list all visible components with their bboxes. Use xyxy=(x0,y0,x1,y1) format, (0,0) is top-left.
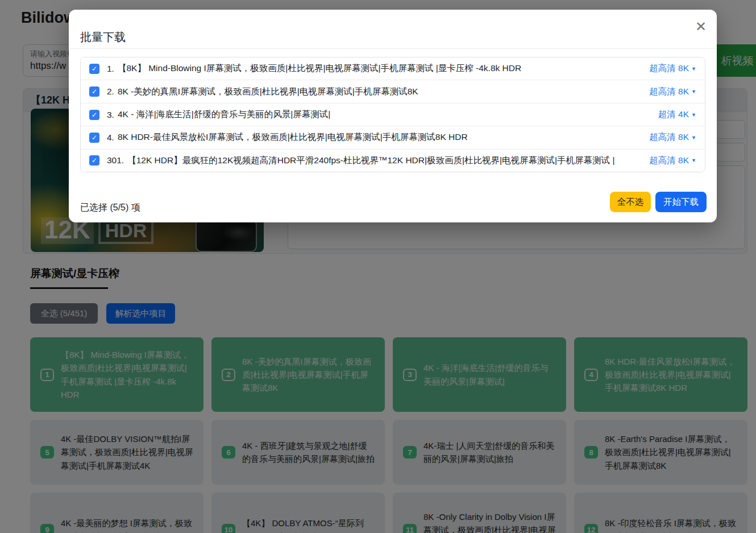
download-item-list: ✓ 1. 【8K】 Mind-Blowing I屏幕测试，极致画质|杜比视界|电… xyxy=(80,57,705,172)
quality-select[interactable]: 超清 4K ▼ xyxy=(658,109,696,121)
item-index: 301. xyxy=(107,155,124,166)
start-download-button[interactable]: 开始下载 xyxy=(655,192,707,212)
download-item-row-3[interactable]: ✓ 3. 4K - 海洋|海底生活|舒缓的音乐与美丽的风景|屏幕测试| 超清 4… xyxy=(81,103,705,126)
item-title: 8K -美妙的真黑I屏幕测试，极致画质|杜比视界|电视屏幕测试|手机屏幕测试8K xyxy=(118,86,642,98)
caret-down-icon: ▼ xyxy=(691,112,696,118)
modal-title: 批量下载 xyxy=(80,30,126,45)
selected-count-summary: 已选择 (5/5) 项 xyxy=(80,202,140,214)
download-item-row-5[interactable]: ✓ 301. 【12K HDR】最疯狂的12K视频超高清HDR平滑240fps-… xyxy=(81,149,705,172)
checkbox-checked-icon[interactable]: ✓ xyxy=(89,86,99,97)
item-title: 4K - 海洋|海底生活|舒缓的音乐与美丽的风景|屏幕测试| xyxy=(118,109,651,121)
item-index: 2. xyxy=(107,86,114,97)
item-index: 3. xyxy=(107,110,114,120)
caret-down-icon: ▼ xyxy=(691,158,696,163)
close-icon[interactable]: ✕ xyxy=(695,20,707,34)
checkbox-checked-icon[interactable]: ✓ xyxy=(89,155,99,166)
quality-label: 超高清 8K xyxy=(649,86,689,98)
item-index: 1. xyxy=(107,64,114,74)
caret-down-icon: ▼ xyxy=(691,135,696,141)
checkbox-checked-icon[interactable]: ✓ xyxy=(89,64,99,74)
quality-select[interactable]: 超高清 8K ▼ xyxy=(649,86,696,98)
deselect-all-button[interactable]: 全不选 xyxy=(610,192,651,212)
quality-select[interactable]: 超高清 8K ▼ xyxy=(649,155,696,167)
caret-down-icon: ▼ xyxy=(691,66,696,72)
modal-header-divider xyxy=(69,48,717,49)
item-title: 8K HDR-最佳风景放松I屏幕测试，极致画质|杜比视界|电视屏幕测试|手机屏幕… xyxy=(118,131,642,143)
item-index: 4. xyxy=(107,133,114,143)
download-item-row-4[interactable]: ✓ 4. 8K HDR-最佳风景放松I屏幕测试，极致画质|杜比视界|电视屏幕测试… xyxy=(81,126,705,148)
batch-download-modal: 批量下载 ✕ ✓ 1. 【8K】 Mind-Blowing I屏幕测试，极致画质… xyxy=(69,10,717,222)
quality-label: 超高清 8K xyxy=(649,155,689,167)
checkbox-checked-icon[interactable]: ✓ xyxy=(89,133,99,143)
quality-label: 超高清 8K xyxy=(649,131,689,143)
quality-label: 超高清 8K xyxy=(649,63,689,75)
download-item-row-2[interactable]: ✓ 2. 8K -美妙的真黑I屏幕测试，极致画质|杜比视界|电视屏幕测试|手机屏… xyxy=(81,80,705,102)
quality-select[interactable]: 超高清 8K ▼ xyxy=(649,131,696,143)
item-title: 【12K HDR】最疯狂的12K视频超高清HDR平滑240fps-杜比视界™12… xyxy=(127,155,642,167)
checkbox-checked-icon[interactable]: ✓ xyxy=(89,110,99,120)
item-title: 【8K】 Mind-Blowing I屏幕测试，极致画质|杜比视界|电视屏幕测试… xyxy=(118,63,642,75)
caret-down-icon: ▼ xyxy=(691,89,696,94)
quality-label: 超清 4K xyxy=(658,109,689,121)
quality-select[interactable]: 超高清 8K ▼ xyxy=(649,63,696,75)
download-item-row-1[interactable]: ✓ 1. 【8K】 Mind-Blowing I屏幕测试，极致画质|杜比视界|电… xyxy=(81,57,705,80)
